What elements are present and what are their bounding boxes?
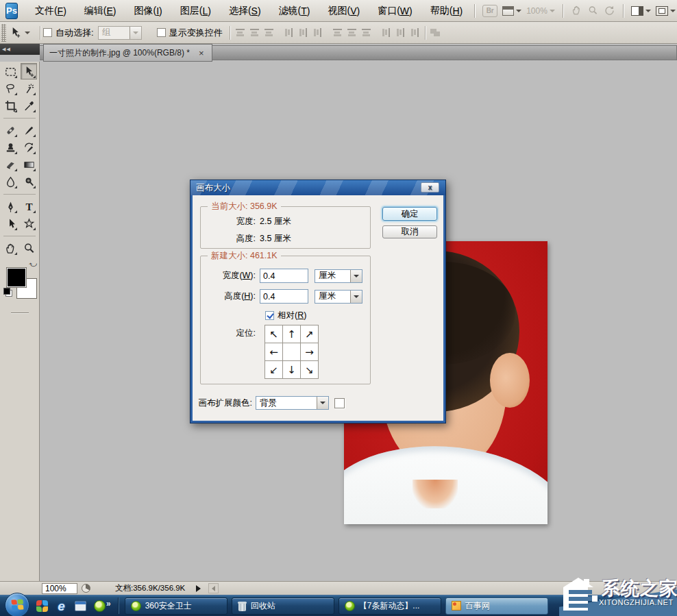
menu-file[interactable]: 文件(F) <box>26 0 75 21</box>
hand-tool-button[interactable] <box>571 5 582 16</box>
path-selection-tool[interactable] <box>2 215 19 232</box>
zoom-tool[interactable] <box>21 240 37 256</box>
quick-launch-360-ball[interactable] <box>93 600 106 613</box>
dodge-tool[interactable] <box>21 173 37 190</box>
quick-launch-internet-explorer[interactable]: e <box>55 600 68 613</box>
zoom-level-dropdown[interactable]: 100% <box>526 6 555 16</box>
anchor-top-right[interactable]: ↗ <box>301 325 318 343</box>
zoom-percentage-input[interactable]: 100% <box>42 583 77 594</box>
taskbar-button-4[interactable]: 百事网 <box>445 597 548 615</box>
ok-button[interactable]: 确定 <box>382 207 437 221</box>
quick-launch-app-window[interactable] <box>74 600 87 613</box>
scrollbar-left-arrow[interactable] <box>208 583 219 593</box>
current-size-group: 当前大小: 356.9K 宽度: 2.5 厘米 高度: 3.5 厘米 <box>200 206 371 249</box>
menu-window[interactable]: 窗口(W) <box>369 0 421 21</box>
canvas-extension-color-dropdown[interactable]: 背景 <box>256 396 329 410</box>
anchor-bottom[interactable]: ↓ <box>283 361 300 378</box>
close-icon[interactable]: x <box>421 182 439 193</box>
eraser-tool[interactable] <box>2 156 19 173</box>
align-bottom-edges-icon[interactable] <box>263 27 275 38</box>
dialog-title-bar[interactable]: 画布大小 x <box>190 180 445 195</box>
anchor-top[interactable]: ↑ <box>283 325 300 343</box>
clone-stamp-tool[interactable] <box>2 139 19 156</box>
anchor-center[interactable] <box>283 343 300 360</box>
width-input[interactable]: 0.4 <box>260 269 308 283</box>
gradient-tool[interactable] <box>21 156 37 173</box>
anchor-right[interactable]: → <box>301 343 318 360</box>
height-unit-dropdown[interactable]: 厘米 <box>315 290 362 304</box>
menu-filter[interactable]: 滤镜(T) <box>270 0 319 21</box>
panel-drag-handle[interactable] <box>11 312 29 313</box>
tools-panel-collapse-button[interactable]: ◀◀ <box>0 44 40 55</box>
distribute-top-edges-icon[interactable] <box>332 27 343 38</box>
rotate-view-icon <box>604 5 615 16</box>
distribute-right-edges-icon[interactable] <box>410 27 420 38</box>
rectangular-marquee-tool[interactable] <box>2 63 19 79</box>
document-tab-title: 一寸照片的制作.jpg @ 100%(RGB/8) * <box>49 47 190 59</box>
pen-tool[interactable] <box>2 198 19 214</box>
align-horizontal-centers-icon[interactable] <box>298 27 308 38</box>
width-unit-dropdown[interactable]: 厘米 <box>315 269 362 283</box>
menu-help[interactable]: 帮助(H) <box>421 0 471 21</box>
move-tool[interactable] <box>21 63 37 79</box>
document-tab[interactable]: 一寸照片的制作.jpg @ 100%(RGB/8) * × <box>43 44 212 62</box>
anchor-left[interactable]: ← <box>265 343 282 360</box>
cancel-button[interactable]: 取消 <box>382 225 437 238</box>
relative-checkbox[interactable] <box>265 311 274 320</box>
start-button[interactable] <box>5 593 29 616</box>
taskbar-button-2[interactable]: 回收站 <box>232 597 334 615</box>
distribute-horizontal-centers-icon[interactable] <box>395 27 406 38</box>
extension-color-swatch[interactable] <box>334 398 345 408</box>
brush-tool-icon <box>23 124 36 137</box>
default-colors-icon[interactable] <box>3 288 12 297</box>
custom-shape-tool[interactable] <box>21 215 37 232</box>
active-tool-preview[interactable] <box>9 26 30 39</box>
arrange-documents-button[interactable] <box>502 6 521 16</box>
photoshop-logo[interactable]: Ps <box>5 3 18 19</box>
foreground-color-swatch[interactable] <box>6 267 27 288</box>
height-input[interactable]: 0.4 <box>260 289 308 304</box>
anchor-top-left[interactable]: ↖ <box>265 325 282 343</box>
blur-tool[interactable] <box>2 173 19 190</box>
hand-tool[interactable] <box>2 240 19 256</box>
zoom-tool-button[interactable] <box>587 5 599 16</box>
status-flyout-arrow[interactable] <box>193 583 203 593</box>
close-icon[interactable]: × <box>197 48 206 58</box>
swap-colors-icon[interactable]: ⤸ <box>29 262 38 267</box>
auto-align-layers-icon[interactable] <box>430 27 441 38</box>
crop-tool[interactable] <box>2 97 19 114</box>
menu-layer[interactable]: 图层(L) <box>171 0 220 21</box>
eyedropper-tool[interactable] <box>21 97 37 114</box>
history-brush-tool[interactable] <box>21 139 37 156</box>
auto-select-dropdown[interactable]: 组 <box>98 26 142 40</box>
menu-view[interactable]: 视图(V) <box>319 0 369 21</box>
quick-launch-pinwheel[interactable] <box>36 600 49 613</box>
options-bar-grip[interactable] <box>1 24 6 42</box>
bridge-button[interactable]: Br <box>482 5 497 17</box>
auto-select-checkbox[interactable] <box>43 28 52 37</box>
align-left-edges-icon[interactable] <box>284 27 294 38</box>
taskbar-button-3[interactable]: 【7条新动态】... <box>338 597 441 615</box>
distribute-left-edges-icon[interactable] <box>381 27 391 38</box>
taskbar-button-1[interactable]: 360安全卫士 <box>125 597 227 615</box>
distribute-vertical-centers-icon[interactable] <box>346 27 358 38</box>
rotate-view-button[interactable] <box>604 5 615 16</box>
quick-launch-overflow[interactable]: » <box>106 599 111 608</box>
anchor-bottom-left[interactable]: ↙ <box>265 361 282 378</box>
brush-tool[interactable] <box>21 122 37 138</box>
distribute-bottom-edges-icon[interactable] <box>360 27 372 38</box>
workspace-switcher[interactable] <box>631 6 651 16</box>
show-transform-controls-checkbox[interactable] <box>157 28 166 37</box>
anchor-bottom-right[interactable]: ↘ <box>301 361 318 378</box>
align-vertical-centers-icon[interactable] <box>249 27 260 38</box>
magic-wand-tool[interactable] <box>21 80 37 97</box>
healing-brush-tool[interactable] <box>2 122 19 138</box>
menu-image[interactable]: 图像(I) <box>125 0 171 21</box>
type-tool[interactable]: T <box>21 198 37 214</box>
align-top-edges-icon[interactable] <box>234 27 246 38</box>
lasso-tool[interactable] <box>2 80 19 97</box>
screen-mode-switcher[interactable] <box>656 6 676 16</box>
align-right-edges-icon[interactable] <box>312 27 323 38</box>
menu-edit[interactable]: 编辑(E) <box>75 0 125 21</box>
menu-select[interactable]: 选择(S) <box>220 0 270 21</box>
